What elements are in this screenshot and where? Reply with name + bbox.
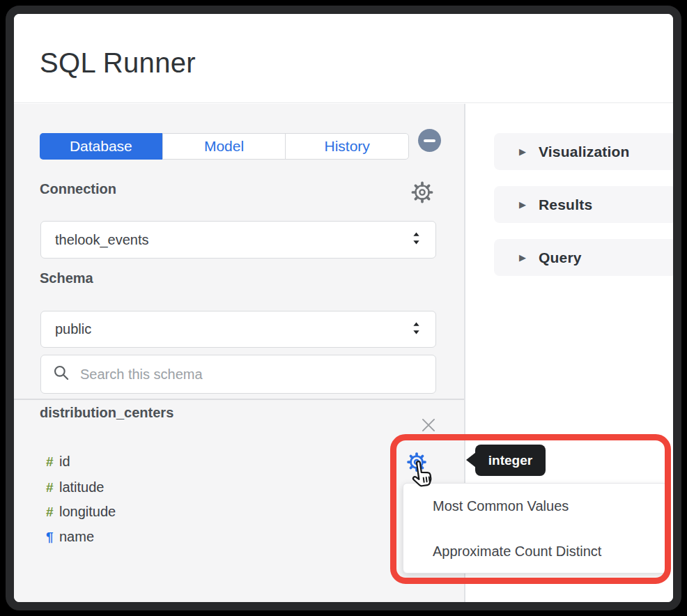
field-row-longitude[interactable]: # longitude [46,502,116,521]
section-label: Query [539,249,582,266]
section-visualization[interactable]: ▶ Visualization [494,133,677,170]
menu-item-approximate-count-distinct[interactable]: Approximate Count Distinct [403,529,667,574]
chevron-right-icon: ▶ [519,146,526,157]
field-context-menu: Most Common Values Approximate Count Dis… [403,483,667,573]
tab-model[interactable]: Model [162,134,286,159]
numeric-type-icon: # [46,454,59,470]
panel-divider [14,399,464,400]
type-tooltip: integer [475,445,546,476]
schema-value: public [55,321,91,337]
menu-item-most-common-values[interactable]: Most Common Values [403,484,667,529]
tooltip-text: integer [488,453,532,468]
header: SQL Runner [14,14,673,103]
close-icon[interactable] [418,415,439,436]
tab-group: Database Model History [40,133,409,160]
chevron-right-icon: ▶ [519,199,526,210]
field-name: latitude [59,479,105,495]
table-name: distribution_centers [40,405,173,421]
section-query[interactable]: ▶ Query [494,239,677,276]
tooltip-arrow [466,452,476,468]
search-input[interactable] [80,367,415,383]
field-name: name [59,529,94,545]
schema-select[interactable]: public [40,311,436,348]
section-results[interactable]: ▶ Results [494,186,677,223]
updown-arrows-icon [411,231,422,249]
text-type-icon: ¶ [46,530,59,545]
field-name: longitude [59,504,116,520]
section-label: Visualization [539,144,630,160]
sql-runner-window: SQL Runner Database Model History Connec… [6,6,681,610]
page-title: SQL Runner [40,47,196,79]
field-row-id[interactable]: # id [46,452,70,471]
collapse-panel-button[interactable] [418,129,441,152]
connection-select[interactable]: thelook_events [40,221,436,259]
left-panel: Database Model History Connection [14,104,465,602]
field-row-latitude[interactable]: # latitude [46,478,105,497]
tab-history[interactable]: History [285,134,408,159]
minus-icon [424,139,435,142]
connection-value: thelook_events [55,232,149,248]
search-icon [52,364,70,385]
connection-settings-gear-icon[interactable] [411,181,433,206]
updown-arrows-icon [411,321,422,339]
chevron-right-icon: ▶ [519,252,526,263]
field-row-name[interactable]: ¶ name [46,528,94,546]
schema-label: Schema [40,270,93,286]
tab-database[interactable]: Database [40,133,162,160]
numeric-type-icon: # [46,480,59,495]
section-label: Results [539,197,592,213]
main-area: Database Model History Connection [14,104,673,602]
field-name: id [59,454,70,470]
schema-search-box[interactable] [40,355,436,394]
hand-cursor-icon [407,456,440,491]
connection-label: Connection [40,181,116,197]
numeric-type-icon: # [46,505,59,520]
